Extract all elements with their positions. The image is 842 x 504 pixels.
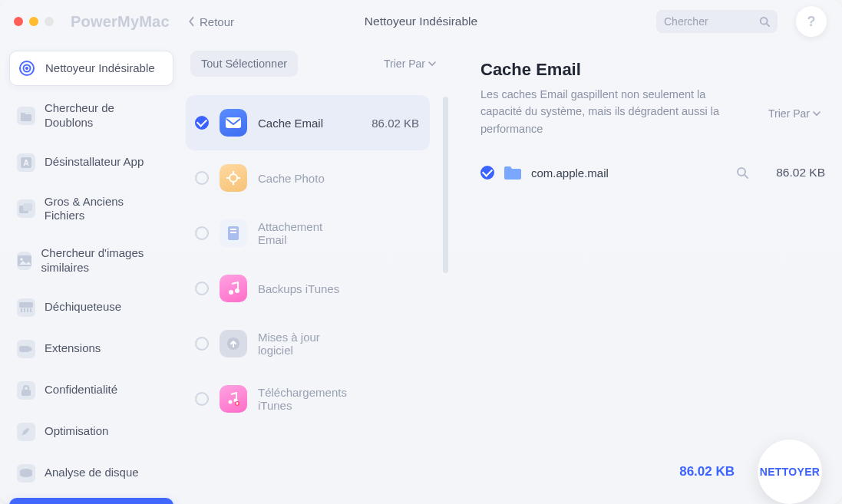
back-label: Retour: [200, 15, 234, 28]
svg-rect-19: [226, 117, 241, 128]
app-icon: A: [17, 153, 35, 172]
sidebar-item-junk-cleaner[interactable]: Nettoyeur Indésirable: [9, 51, 173, 86]
svg-line-35: [745, 175, 748, 178]
file-size: 86.02 KB: [771, 166, 825, 180]
zoom-window-button[interactable]: [45, 17, 54, 26]
sidebar-item-uninstaller[interactable]: A Désinstallateur App: [9, 146, 173, 180]
svg-point-31: [229, 400, 233, 404]
titlebar: PowerMyMac Retour Nettoyeur Indésirable …: [0, 0, 842, 43]
detail-description: Les caches Email gaspillent non seulemen…: [480, 86, 734, 137]
sidebar-item-label: Analyse de disque: [45, 466, 139, 480]
music-icon: [220, 275, 247, 302]
sidebar-item-similar-images[interactable]: Chercheur d'images similaires: [9, 239, 173, 283]
category-checkbox[interactable]: [195, 282, 209, 295]
category-checkbox[interactable]: [195, 171, 209, 185]
back-button[interactable]: Retour: [187, 15, 234, 28]
svg-point-28: [229, 290, 233, 295]
sidebar-item-disk-analysis[interactable]: Analyse de disque: [9, 456, 173, 490]
total-size: 86.02 KB: [679, 464, 735, 479]
help-button[interactable]: ?: [796, 6, 827, 37]
scrollbar[interactable]: [443, 97, 448, 273]
detail-title: Cache Email: [480, 60, 825, 80]
category-column: Tout Sélectionner Trier Par Cache Email …: [180, 43, 450, 504]
sidebar-item-label: Chercheur de Doublons: [45, 101, 166, 130]
window-controls: [14, 17, 54, 26]
category-label: Cache Email: [258, 117, 323, 130]
category-label: Mises à jour logiciel: [258, 331, 350, 357]
search-box[interactable]: [656, 10, 778, 33]
rocket-icon: [17, 423, 35, 441]
svg-point-4: [25, 67, 28, 69]
sidebar-item-label: Optimisation: [45, 424, 108, 439]
sort-button[interactable]: Trier Par: [384, 58, 436, 70]
sidebar-item-extensions[interactable]: Extensions: [9, 332, 173, 366]
svg-point-20: [229, 174, 237, 182]
sidebar-item-duplicates[interactable]: Chercheur de Doublons: [9, 94, 173, 138]
svg-rect-16: [19, 346, 30, 352]
category-label: Attachement Email: [258, 220, 350, 246]
image-icon: [17, 252, 31, 270]
music-download-icon: [220, 385, 247, 413]
file-name: com.apple.mail: [531, 166, 609, 180]
file-actions: 86.02 KB: [736, 166, 825, 180]
sidebar-item-large-old[interactable]: Gros & Anciens Fichiers: [9, 187, 173, 232]
category-checkbox[interactable]: [195, 392, 209, 406]
close-window-button[interactable]: [14, 17, 23, 26]
folders-icon: [17, 199, 35, 218]
category-label: Cache Photo: [258, 172, 325, 185]
target-icon: [18, 59, 36, 77]
svg-point-29: [235, 288, 239, 293]
svg-rect-8: [23, 203, 32, 211]
help-icon: ?: [807, 14, 816, 30]
sidebar-item-label: Confidentialité: [45, 383, 117, 397]
detail-panel: Cache Email Les caches Email gaspillent …: [450, 43, 842, 504]
chevron-down-icon: [813, 110, 821, 117]
update-icon: [220, 330, 247, 357]
category-item-itunes-backups[interactable]: Backups iTunes: [186, 261, 430, 316]
folder-icon: [17, 107, 35, 125]
extensions-icon: [17, 340, 35, 358]
mail-icon: [220, 109, 247, 137]
file-row[interactable]: com.apple.mail 86.02 KB: [480, 165, 825, 180]
sidebar-item-optimization[interactable]: Optimisation: [9, 415, 173, 449]
svg-line-1: [767, 24, 770, 27]
category-toolbar: Tout Sélectionner Trier Par: [186, 46, 444, 81]
sidebar-item-shredder[interactable]: Déchiqueteuse: [9, 291, 173, 324]
sidebar-item-label: Nettoyeur Indésirable: [45, 61, 155, 76]
shredder-icon: [17, 298, 35, 317]
content: Nettoyeur Indésirable Chercheur de Doubl…: [0, 43, 842, 504]
svg-rect-26: [230, 229, 236, 230]
clean-label: NETTOYER: [760, 466, 820, 478]
reveal-icon[interactable]: [736, 166, 748, 179]
category-item-cache-photo[interactable]: Cache Photo: [186, 150, 430, 206]
category-label: Backups iTunes: [258, 282, 339, 295]
category-item-cache-email[interactable]: Cache Email 86.02 KB: [186, 95, 430, 150]
sidebar: Nettoyeur Indésirable Chercheur de Doubl…: [0, 43, 180, 504]
photo-icon: [220, 164, 247, 192]
category-checkbox[interactable]: [195, 337, 209, 351]
search-input[interactable]: [664, 15, 748, 28]
svg-text:A: A: [23, 159, 28, 167]
category-item-itunes-downloads[interactable]: Téléchargements iTunes: [186, 371, 430, 427]
search-icon: [759, 16, 770, 27]
select-all-button[interactable]: Tout Sélectionner: [190, 51, 298, 77]
clean-button[interactable]: NETTOYER: [758, 440, 822, 504]
category-checkbox[interactable]: [195, 226, 209, 240]
sidebar-item-label: Extensions: [45, 341, 101, 356]
app-window: PowerMyMac Retour Nettoyeur Indésirable …: [0, 0, 842, 504]
category-checkbox[interactable]: [195, 116, 209, 130]
svg-rect-17: [21, 390, 31, 396]
upgrade-button[interactable]: Obtenir la version complète: [9, 498, 173, 505]
detail-sort-button[interactable]: Trier Par: [768, 107, 821, 120]
category-size: 86.02 KB: [371, 117, 419, 130]
sort-label: Trier Par: [768, 107, 810, 120]
file-checkbox[interactable]: [480, 166, 494, 180]
chevron-left-icon: [187, 16, 195, 27]
chevron-down-icon: [428, 61, 436, 67]
footer: 86.02 KB NETTOYER: [450, 440, 842, 504]
category-item-software-updates[interactable]: Mises à jour logiciel: [186, 316, 430, 371]
minimize-window-button[interactable]: [29, 17, 38, 26]
category-item-attachment-email[interactable]: Attachement Email: [186, 206, 430, 261]
sidebar-item-privacy[interactable]: Confidentialité: [9, 374, 173, 407]
attachment-icon: [220, 219, 247, 247]
